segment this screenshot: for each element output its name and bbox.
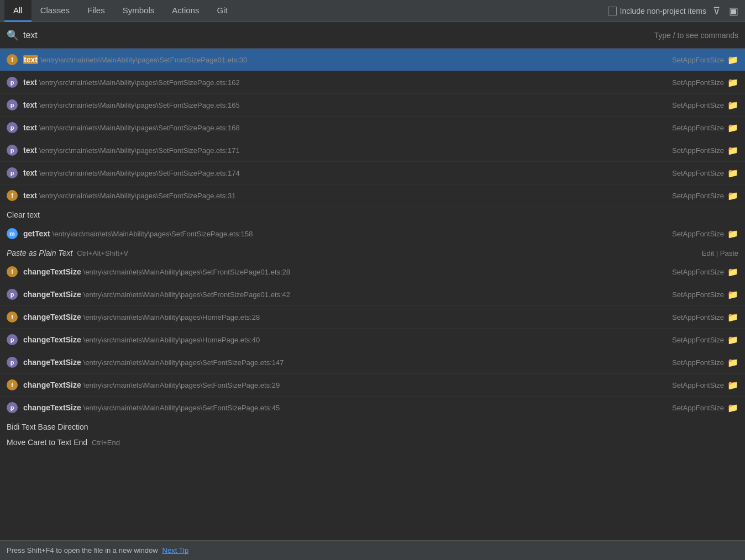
result-path: \entry\src\main\ets\MainAbility\pages\Se… (53, 230, 665, 238)
tab-actions[interactable]: Actions (163, 0, 208, 22)
result-name: text (23, 55, 38, 64)
table-row[interactable]: p text \entry\src\main\ets\MainAbility\p… (0, 71, 745, 94)
results-list: f text \entry\src\main\ets\MainAbility\p… (0, 49, 745, 540)
result-module: SetAppFontSize (672, 146, 724, 155)
clear-text-label: Clear text (7, 210, 40, 219)
table-row[interactable]: f changeTextSize \entry\src\main\ets\Mai… (0, 374, 745, 397)
folder-icon: 📁 (727, 191, 738, 201)
paste-row[interactable]: Paste as Plain Text Ctrl+Alt+Shift+V Edi… (0, 245, 745, 261)
result-name: changeTextSize (23, 381, 81, 389)
tab-symbols[interactable]: Symbols (114, 0, 164, 22)
search-input[interactable] (23, 30, 654, 40)
layout-icon[interactable]: ▣ (727, 4, 741, 18)
folder-icon: 📁 (727, 335, 738, 345)
result-name: changeTextSize (23, 403, 81, 412)
folder-icon: 📁 (727, 312, 738, 323)
tab-git[interactable]: Git (208, 0, 236, 22)
table-row[interactable]: p changeTextSize \entry\src\main\ets\Mai… (0, 351, 745, 374)
result-name: changeTextSize (23, 358, 81, 367)
checkbox-box[interactable] (608, 7, 617, 15)
badge-p: p (7, 77, 18, 88)
folder-icon: 📁 (727, 55, 738, 65)
badge-p: p (7, 334, 18, 345)
badge-f: f (7, 311, 18, 323)
result-path: \entry\src\main\ets\MainAbility\pages\Se… (39, 146, 665, 155)
clear-text-row[interactable]: Clear text (0, 207, 745, 223)
result-name: changeTextSize (23, 313, 81, 321)
table-row[interactable]: f changeTextSize \entry\src\main\ets\Mai… (0, 306, 745, 329)
table-row[interactable]: f text \entry\src\main\ets\MainAbility\p… (0, 184, 745, 207)
table-row[interactable]: p changeTextSize \entry\src\main\ets\Mai… (0, 329, 745, 351)
badge-p: p (7, 122, 18, 133)
result-module: SetAppFontSize (672, 358, 724, 367)
tab-files[interactable]: Files (78, 0, 114, 22)
table-row[interactable]: p changeTextSize \entry\src\main\ets\Mai… (0, 397, 745, 419)
tab-bar-right: Include non-project items ⊽ ▣ (608, 4, 741, 18)
result-path: \entry\src\main\ets\MainAbility\pages\Se… (83, 404, 665, 412)
result-module: SetAppFontSize (672, 124, 724, 132)
paste-right: Edit | Paste (702, 249, 738, 257)
result-path: \entry\src\main\ets\MainAbility\pages\Se… (83, 290, 665, 299)
search-hint: Type / to see commands (654, 31, 738, 40)
result-name: text (23, 146, 37, 155)
table-row[interactable]: p text \entry\src\main\ets\MainAbility\p… (0, 162, 745, 184)
tab-bar: All Classes Files Symbols Actions Git In… (0, 0, 745, 22)
folder-icon: 📁 (727, 267, 738, 277)
table-row[interactable]: p text \entry\src\main\ets\MainAbility\p… (0, 117, 745, 139)
folder-icon: 📁 (727, 380, 738, 390)
bidi-row[interactable]: Bidi Text Base Direction (0, 419, 745, 435)
folder-icon: 📁 (727, 145, 738, 156)
result-module: SetAppFontSize (672, 404, 724, 412)
table-row[interactable]: f text \entry\src\main\ets\MainAbility\p… (0, 49, 745, 71)
result-name: text (23, 191, 37, 200)
move-caret-shortcut: Ctrl+End (92, 439, 120, 447)
result-path: \entry\src\main\ets\MainAbility\pages\Se… (39, 124, 665, 132)
result-module: SetAppFontSize (672, 101, 724, 109)
result-module: SetAppFontSize (672, 192, 724, 200)
table-row[interactable]: p text \entry\src\main\ets\MainAbility\p… (0, 139, 745, 162)
badge-p: p (7, 99, 18, 110)
result-module: SetAppFontSize (672, 290, 724, 299)
move-caret-row[interactable]: Move Caret to Text End Ctrl+End (0, 435, 745, 450)
badge-p: p (7, 167, 18, 178)
table-row[interactable]: p changeTextSize \entry\src\main\ets\Mai… (0, 283, 745, 306)
result-module: SetAppFontSize (672, 268, 724, 276)
paste-label: Paste as Plain Text (7, 249, 72, 257)
badge-m: m (7, 228, 18, 239)
result-name: changeTextSize (23, 335, 81, 344)
result-module: SetAppFontSize (672, 56, 724, 64)
paste-shortcut: Ctrl+Alt+Shift+V (77, 249, 128, 257)
result-path: \entry\src\main\ets\MainAbility\pages\Ho… (83, 313, 665, 321)
include-non-project-checkbox[interactable]: Include non-project items (608, 7, 706, 15)
result-path: \entry\src\main\ets\MainAbility\pages\Se… (39, 169, 665, 177)
result-module: SetAppFontSize (672, 313, 724, 321)
result-module: SetAppFontSize (672, 381, 724, 389)
status-text: Press Shift+F4 to open the file in a new… (7, 546, 158, 554)
result-path: \entry\src\main\ets\MainAbility\pages\Se… (40, 56, 665, 64)
result-path: \entry\src\main\ets\MainAbility\pages\Ho… (83, 336, 665, 344)
result-path: \entry\src\main\ets\MainAbility\pages\Se… (39, 192, 665, 200)
table-row[interactable]: f changeTextSize \entry\src\main\ets\Mai… (0, 261, 745, 283)
result-name: changeTextSize (23, 267, 81, 276)
search-bar: 🔍 Type / to see commands (0, 22, 745, 49)
include-label: Include non-project items (620, 7, 706, 15)
table-row[interactable]: m getText \entry\src\main\ets\MainAbilit… (0, 223, 745, 245)
folder-icon: 📁 (727, 168, 738, 178)
folder-icon: 📁 (727, 229, 738, 239)
folder-icon: 📁 (727, 123, 738, 133)
status-bar: Press Shift+F4 to open the file in a new… (0, 540, 745, 560)
result-name: changeTextSize (23, 290, 81, 299)
result-module: SetAppFontSize (672, 336, 724, 344)
result-module: SetAppFontSize (672, 169, 724, 177)
badge-f: f (7, 190, 18, 201)
table-row[interactable]: p text \entry\src\main\ets\MainAbility\p… (0, 94, 745, 117)
result-name: getText (23, 229, 50, 238)
folder-icon: 📁 (727, 289, 738, 300)
result-module: SetAppFontSize (672, 78, 724, 87)
tab-classes[interactable]: Classes (32, 0, 78, 22)
next-tip-link[interactable]: Next Tip (162, 546, 189, 554)
filter-icon[interactable]: ⊽ (711, 4, 722, 18)
result-path: \entry\src\main\ets\MainAbility\pages\Se… (39, 78, 665, 87)
tab-all[interactable]: All (4, 0, 32, 22)
result-name: text (23, 101, 37, 109)
